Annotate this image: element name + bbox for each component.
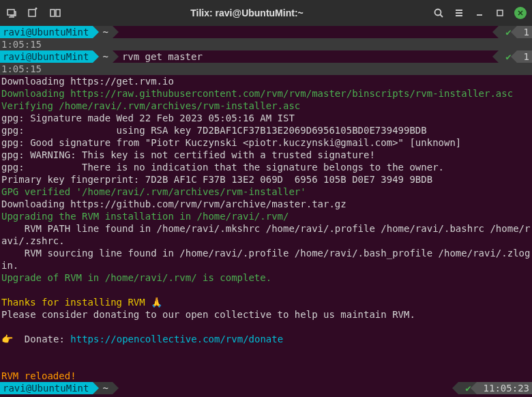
prompt-row-2: ravi@UbuntuMint ~ rvm get master ✔ 1 (0, 50, 532, 63)
donate-link[interactable]: https://opencollective.com/rvm/donate (70, 334, 283, 344)
out-line: GPG verified '/home/ravi/.rvm/archives/r… (0, 186, 532, 198)
terminal-area[interactable]: ravi@UbuntuMint ~ ✔ 1 1:05:15 ravi@Ubunt… (0, 26, 532, 397)
pray-icon: 🙏 (151, 297, 162, 308)
minimize-icon[interactable] (473, 7, 486, 19)
split-icon[interactable] (49, 7, 61, 19)
prompt-row-1: ravi@UbuntuMint ~ ✔ 1 (0, 26, 532, 38)
window-title: Tilix: ravi@UbuntuMint:~ (61, 8, 432, 18)
out-line: RVM PATH line found in /home/ravi/.mkshr… (0, 222, 532, 247)
svg-rect-3 (56, 10, 60, 16)
new-terminal-icon[interactable] (27, 7, 40, 19)
point-right-icon: 👉 (1, 334, 25, 344)
out-line: Please consider donating to our open col… (0, 308, 532, 321)
out-line: Downloading https://github.com/rvm/rvm/a… (0, 198, 532, 210)
menu-icon[interactable] (453, 7, 465, 19)
out-line: Thanks for installing RVM 🙏 (0, 296, 532, 308)
blank-line (0, 284, 532, 296)
titlebar: Tilix: ravi@UbuntuMint:~ (0, 0, 532, 26)
exit-code: 1 (517, 50, 532, 63)
search-icon[interactable] (432, 7, 445, 19)
out-line: Upgrading the RVM installation in /home/… (0, 210, 532, 222)
out-line: gpg: Signature made Wed 22 Feb 2023 05:0… (0, 112, 532, 124)
close-icon[interactable] (514, 7, 527, 19)
prompt-row-3: ravi@UbuntuMint ~ ✔ 11:05:23 (0, 382, 532, 394)
prompt-user: ravi@UbuntuMint (0, 382, 93, 394)
out-line: Downloading https://raw.githubuserconten… (0, 87, 532, 100)
svg-rect-5 (497, 10, 503, 16)
out-line: Verifying /home/ravi/.rvm/archives/rvm-i… (0, 100, 532, 112)
maximize-icon[interactable] (494, 7, 506, 19)
prompt-cmd-2: rvm get master (113, 50, 203, 63)
svg-point-4 (435, 10, 441, 16)
timestamp-2: 1:05:15 (0, 63, 532, 75)
exit-code: 1 (517, 26, 532, 38)
out-line: RVM reloaded! (0, 370, 532, 382)
svg-rect-1 (29, 10, 35, 16)
svg-rect-0 (8, 10, 14, 15)
blank-line (0, 321, 532, 333)
prompt-time: 11:05:23 (477, 382, 532, 394)
blank-line (0, 357, 532, 370)
out-line: RVM sourcing line found in /home/ravi/.p… (0, 247, 532, 271)
svg-rect-2 (50, 10, 55, 16)
out-line: gpg: Good signature from "Piotr Kuczynsk… (0, 136, 532, 149)
out-line: gpg: WARNING: This key is not certified … (0, 149, 532, 161)
out-line: gpg: There is no indication that the sig… (0, 161, 532, 173)
out-line: gpg: using RSA key 7D2BAF1CF37B13E2069D6… (0, 124, 532, 136)
prompt-user: ravi@UbuntuMint (0, 26, 93, 38)
session-icon[interactable] (5, 7, 18, 19)
out-line: Upgrade of RVM in /home/ravi/.rvm/ is co… (0, 271, 532, 284)
out-line: 👉 Donate: https://opencollective.com/rvm… (0, 333, 532, 345)
prompt-user: ravi@UbuntuMint (0, 50, 93, 63)
timestamp-1: 1:05:15 (0, 38, 532, 50)
blank-line (0, 345, 532, 357)
out-line: Downloading https://get.rvm.io (0, 75, 532, 87)
out-line: Primary key fingerprint: 7D2B AF1C F37B … (0, 173, 532, 186)
